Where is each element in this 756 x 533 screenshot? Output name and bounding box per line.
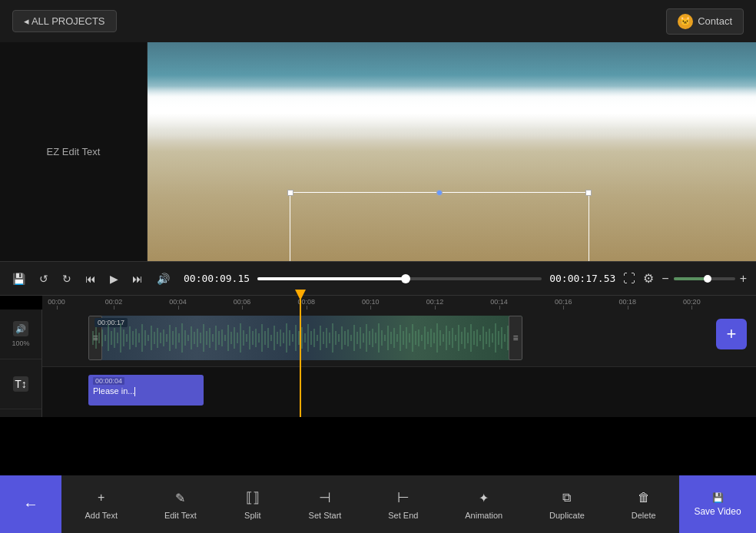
video-track-control: 🔊 100% xyxy=(0,310,41,359)
svg-rect-119 xyxy=(458,325,459,351)
contact-button[interactable]: 🐱 Contact xyxy=(666,8,744,35)
svg-rect-46 xyxy=(234,327,235,349)
zoom-in-button[interactable]: + xyxy=(740,272,747,286)
beach-background xyxy=(148,42,756,261)
svg-rect-13 xyxy=(132,331,134,345)
svg-rect-47 xyxy=(237,333,238,343)
fullscreen-button[interactable]: ⛶ xyxy=(623,272,635,286)
duplicate-icon: ⧉ xyxy=(558,488,576,507)
bottom-toolbar: ← + Add Text ✎ Edit Text ⟦⟧ Split ⊣ Set … xyxy=(0,475,756,533)
clip-right-handle[interactable]: ≡ xyxy=(509,316,522,360)
back-button[interactable]: ← xyxy=(0,475,61,533)
svg-rect-34 xyxy=(197,329,198,347)
settings-button[interactable]: ⚙ xyxy=(643,271,654,286)
animation-label: Animation xyxy=(465,511,502,520)
svg-rect-12 xyxy=(129,326,131,349)
edit-text-item[interactable]: ✎ Edit Text xyxy=(155,482,206,526)
video-clip[interactable]: ≡ 00:00:17 xyxy=(88,316,522,360)
set-end-item[interactable]: ⊢ Set End xyxy=(379,482,427,526)
svg-rect-38 xyxy=(209,328,211,348)
svg-rect-63 xyxy=(286,323,287,353)
svg-rect-74 xyxy=(320,326,321,350)
duplicate-item[interactable]: ⧉ Duplicate xyxy=(540,482,594,526)
svg-rect-22 xyxy=(160,333,161,343)
ruler-mark-2: 00:04 xyxy=(169,298,187,306)
svg-rect-88 xyxy=(363,333,364,343)
zoom-out-button[interactable]: − xyxy=(662,272,668,286)
svg-rect-110 xyxy=(430,329,432,347)
skip-back-button[interactable]: ⏮ xyxy=(82,270,99,288)
svg-rect-37 xyxy=(206,331,207,345)
undo-button[interactable]: ↺ xyxy=(36,270,51,288)
waveform xyxy=(88,316,522,360)
set-end-icon: ⊢ xyxy=(394,488,413,507)
progress-thumb[interactable] xyxy=(401,274,410,283)
save-video-button[interactable]: 💾 Save Video xyxy=(679,475,756,533)
text-track-icon[interactable]: T↕ xyxy=(13,376,28,392)
edit-text-icon: ✎ xyxy=(171,488,190,507)
volume-button[interactable]: 🔊 xyxy=(154,270,173,288)
svg-rect-69 xyxy=(304,333,306,343)
svg-rect-31 xyxy=(187,335,189,341)
svg-rect-71 xyxy=(310,331,312,345)
text-clip-content[interactable]: Please in... xyxy=(93,386,199,396)
text-track[interactable]: 00:00:04 Please in... xyxy=(42,367,756,417)
svg-rect-48 xyxy=(240,323,241,353)
redo-button[interactable]: ↻ xyxy=(59,270,75,288)
all-projects-button[interactable]: ◂ ALL PROJECTS xyxy=(12,10,117,32)
skip-forward-button[interactable]: ⏭ xyxy=(129,270,146,288)
delete-item[interactable]: 🗑 Delete xyxy=(622,482,665,526)
text-cursor xyxy=(134,387,135,396)
svg-rect-57 xyxy=(267,328,269,348)
animation-item[interactable]: ✦ Animation xyxy=(456,482,512,526)
delete-label: Delete xyxy=(632,511,656,520)
video-track[interactable]: ≡ 00:00:17 xyxy=(42,310,756,367)
svg-rect-114 xyxy=(443,334,444,342)
track-controls: 🔊 100% T↕ xyxy=(0,310,42,417)
split-label: Split xyxy=(244,511,260,520)
svg-rect-42 xyxy=(221,329,223,346)
timeline-ruler: 00:00 00:02 00:04 00:06 00:08 00:10 00:1… xyxy=(42,296,756,310)
svg-rect-65 xyxy=(292,334,293,342)
svg-rect-130 xyxy=(492,333,493,343)
svg-rect-62 xyxy=(283,333,284,343)
play-button[interactable]: ▶ xyxy=(107,270,121,288)
svg-rect-93 xyxy=(378,323,380,353)
split-icon: ⟦⟧ xyxy=(244,488,262,507)
svg-rect-1 xyxy=(95,327,97,349)
add-track-button[interactable]: + xyxy=(716,319,747,349)
svg-rect-0 xyxy=(92,331,94,345)
svg-rect-35 xyxy=(200,333,201,343)
svg-rect-23 xyxy=(163,329,164,346)
svg-rect-16 xyxy=(141,324,143,352)
svg-rect-10 xyxy=(123,329,124,346)
ruler-mark-0: 00:00 xyxy=(48,298,65,306)
svg-rect-28 xyxy=(178,333,180,343)
save-label: Save Video xyxy=(694,506,741,517)
svg-rect-123 xyxy=(470,324,472,352)
svg-rect-60 xyxy=(277,332,278,344)
svg-rect-79 xyxy=(335,331,337,345)
svg-rect-66 xyxy=(295,325,297,351)
svg-rect-75 xyxy=(323,332,324,344)
video-track-icon[interactable]: 🔊 xyxy=(13,321,28,336)
svg-rect-61 xyxy=(280,329,281,346)
svg-rect-118 xyxy=(455,335,456,341)
zoom-thumb[interactable] xyxy=(704,275,711,283)
controls-bar: 💾 ↺ ↻ ⏮ ▶ ⏭ 🔊 00:00:09.15 00:00:17.53 ⛶ … xyxy=(0,261,756,296)
svg-rect-134 xyxy=(504,334,506,342)
svg-rect-70 xyxy=(307,324,309,352)
svg-rect-83 xyxy=(347,329,349,346)
zoom-slider[interactable] xyxy=(674,277,735,280)
text-clip[interactable]: 00:00:04 Please in... xyxy=(88,375,204,406)
svg-rect-91 xyxy=(372,329,373,347)
svg-rect-109 xyxy=(427,332,429,344)
split-item[interactable]: ⟦⟧ Split xyxy=(234,482,271,526)
save-button-ctrl[interactable]: 💾 xyxy=(9,270,28,288)
svg-rect-94 xyxy=(381,330,383,346)
progress-bar[interactable] xyxy=(257,277,542,280)
add-text-item[interactable]: + Add Text xyxy=(75,482,127,526)
svg-rect-36 xyxy=(203,324,204,352)
svg-rect-117 xyxy=(452,328,453,348)
set-start-item[interactable]: ⊣ Set Start xyxy=(300,482,351,526)
